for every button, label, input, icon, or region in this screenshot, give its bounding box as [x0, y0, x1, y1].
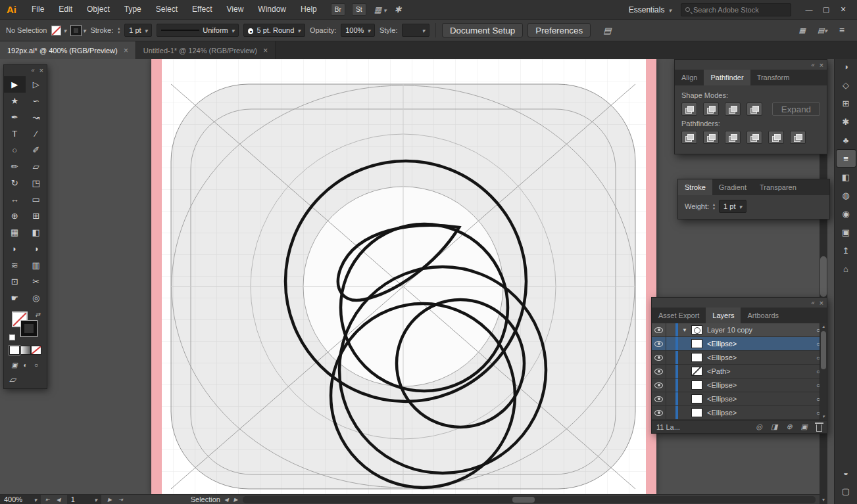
panel-tab[interactable]: Asset Export [652, 308, 706, 323]
menu-item[interactable]: Type [117, 0, 149, 19]
visibility-toggle[interactable] [652, 351, 666, 364]
menu-item[interactable]: Help [293, 0, 324, 19]
artboard-dropdown[interactable]: 1 [67, 495, 101, 504]
layers-scroll-thumb[interactable] [821, 331, 826, 369]
tab-close-icon[interactable] [263, 46, 268, 55]
color-guide-icon[interactable]: ◇ [837, 76, 856, 93]
ellipse-tool[interactable]: ○ [4, 142, 26, 158]
swap-fill-stroke-icon[interactable] [35, 311, 40, 318]
menu-item[interactable]: Object [80, 0, 117, 19]
workspace-switcher[interactable]: Essentials [629, 5, 672, 14]
gpu-performance-icon[interactable] [395, 5, 402, 14]
pencil-tool[interactable]: ✏ [4, 158, 26, 175]
divide-button[interactable] [681, 131, 697, 144]
layer-row[interactable]: <Ellipse> [652, 392, 827, 406]
width-profile-dropdown[interactable]: Uniform [157, 24, 239, 37]
canvas[interactable] [151, 59, 656, 494]
crop-button[interactable] [747, 131, 762, 144]
scroll-down-arrow-icon[interactable] [820, 414, 827, 419]
locate-object-icon[interactable] [756, 423, 762, 431]
symbol-sprayer-tool[interactable]: ≋ [4, 257, 26, 273]
minus-back-button[interactable] [790, 131, 806, 144]
bridge-button[interactable]: Br [331, 3, 345, 16]
layer-row[interactable]: <Ellipse> [652, 406, 827, 420]
screen-mode-button[interactable] [9, 375, 41, 384]
visibility-toggle[interactable] [652, 337, 666, 350]
weight-dropdown[interactable]: 1 pt [719, 200, 747, 213]
layer-name[interactable]: <Ellipse> [707, 395, 810, 403]
visibility-toggle[interactable] [652, 378, 666, 392]
eyedropper-tool[interactable]: ◗ [4, 241, 26, 257]
stroke-label[interactable]: Stroke: [90, 26, 113, 34]
document-tab[interactable]: Untitled-1* @ 124% (RGB/Preview) [136, 41, 276, 59]
merge-button[interactable] [725, 131, 741, 144]
slice-tool[interactable]: ✂ [26, 273, 47, 290]
close-button[interactable] [835, 1, 852, 18]
next-artboard-icon[interactable] [106, 497, 114, 503]
preferences-button[interactable]: Preferences [527, 23, 591, 37]
layer-thumbnail[interactable] [691, 408, 702, 417]
panel-tab[interactable]: Gradient [712, 179, 753, 195]
tiles-icon[interactable] [798, 26, 805, 35]
first-artboard-icon[interactable] [43, 497, 52, 503]
blend-tool[interactable]: ◑ [26, 241, 47, 257]
visibility-toggle[interactable] [652, 392, 666, 405]
expand-chevron-icon[interactable] [682, 327, 691, 333]
selection-tool[interactable]: ▶ [4, 76, 26, 93]
search-input[interactable] [693, 6, 787, 14]
layer-thumbnail[interactable] [691, 325, 702, 334]
arrange-documents-icon[interactable] [374, 5, 387, 14]
outline-button[interactable] [768, 131, 784, 144]
scroll-right-arrow-icon[interactable] [232, 497, 239, 503]
draw-behind-button[interactable] [20, 360, 31, 369]
trim-button[interactable] [703, 131, 719, 144]
fill-color-dropdown[interactable] [51, 26, 66, 35]
cube-icon[interactable]: ▢ [837, 482, 856, 499]
hand-tool[interactable]: ☛ [4, 290, 26, 306]
scale-tool[interactable]: ◳ [26, 175, 47, 191]
panel-tab[interactable]: Pathfinder [704, 70, 750, 85]
layer-thumbnail[interactable] [691, 380, 702, 390]
close-panel-icon[interactable] [820, 61, 823, 69]
touch-workspace-icon[interactable] [603, 26, 611, 35]
last-artboard-icon[interactable] [116, 497, 125, 503]
layer-name[interactable]: <Ellipse> [707, 354, 810, 361]
collapse-panel-icon[interactable] [32, 67, 35, 74]
stroke-weight-field[interactable]: 1 pt [124, 24, 152, 37]
swatches-icon[interactable]: ⊞ [837, 95, 856, 112]
color-button[interactable] [9, 346, 20, 355]
scroll-down-arrow-icon[interactable] [820, 497, 827, 503]
previous-artboard-icon[interactable] [55, 497, 62, 503]
menu-item[interactable]: Select [149, 0, 185, 19]
type-tool[interactable]: T [4, 126, 26, 142]
eraser-tool[interactable]: ▱ [26, 158, 47, 175]
layer-row[interactable]: <Ellipse> [652, 337, 827, 351]
layer-row[interactable]: Layer 10 copy [652, 323, 827, 337]
opacity-field[interactable]: 100% [341, 24, 375, 37]
menu-item[interactable]: Effect [185, 0, 219, 19]
menu-item[interactable]: View [220, 0, 251, 19]
layer-name[interactable]: <Ellipse> [707, 381, 810, 389]
layer-thumbnail[interactable] [691, 394, 702, 403]
layer-row[interactable]: <Ellipse> [652, 351, 827, 365]
close-panel-icon[interactable] [820, 299, 823, 307]
collapse-panel-icon[interactable] [812, 300, 815, 306]
sphere-icon[interactable]: ◒ [837, 464, 856, 481]
visibility-toggle[interactable] [652, 365, 666, 378]
layer-name[interactable]: <Path> [707, 367, 810, 375]
panel-tab[interactable]: Artboards [741, 308, 785, 323]
new-sublayer-icon[interactable] [786, 423, 792, 431]
mesh-tool[interactable]: ▦ [4, 224, 26, 241]
intersect-button[interactable] [725, 103, 741, 116]
panel-tab[interactable]: Stroke [678, 179, 712, 195]
tab-close-icon[interactable] [124, 46, 128, 55]
none-button[interactable] [31, 346, 41, 355]
perspective-grid-tool[interactable]: ⊞ [26, 208, 47, 224]
restore-button[interactable] [818, 1, 835, 18]
gradient-tool[interactable]: ◧ [26, 224, 47, 241]
layer-thumbnail[interactable] [691, 353, 702, 362]
delete-layer-icon[interactable] [816, 424, 822, 432]
horizontal-scrollbar[interactable] [243, 496, 816, 503]
direct-selection-tool[interactable]: ▷ [26, 76, 47, 93]
opacity-label[interactable]: Opacity: [310, 26, 336, 34]
